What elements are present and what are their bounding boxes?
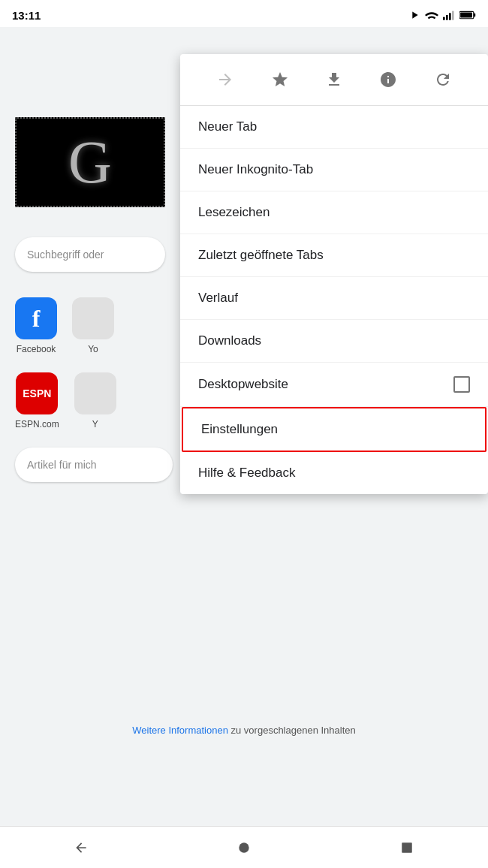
back-button[interactable] bbox=[66, 833, 96, 863]
menu-item-recent-tabs[interactable]: Zuletzt geöffnete Tabs bbox=[180, 234, 488, 277]
refresh-icon bbox=[434, 71, 452, 89]
info-button[interactable] bbox=[375, 66, 402, 93]
menu-item-desktop-site[interactable]: Desktopwebsite bbox=[180, 363, 488, 407]
svg-rect-2 bbox=[449, 13, 451, 20]
menu-item-settings[interactable]: Einstellungen bbox=[182, 407, 486, 452]
star-button[interactable] bbox=[267, 66, 294, 93]
wifi-icon bbox=[425, 10, 438, 20]
battery-icon bbox=[459, 11, 476, 20]
dropdown-toolbar bbox=[180, 54, 488, 106]
forward-button[interactable] bbox=[212, 66, 239, 93]
svg-rect-5 bbox=[474, 14, 475, 17]
recents-icon bbox=[400, 841, 414, 854]
status-bar: 13:11 bbox=[0, 0, 488, 27]
home-icon bbox=[236, 840, 252, 855]
recents-button[interactable] bbox=[392, 833, 422, 863]
menu-item-new-tab[interactable]: Neuer Tab bbox=[180, 106, 488, 149]
svg-rect-0 bbox=[443, 17, 445, 20]
home-button[interactable] bbox=[229, 833, 259, 863]
download-button[interactable] bbox=[321, 66, 348, 93]
download-icon bbox=[325, 71, 343, 89]
svg-point-7 bbox=[239, 842, 249, 852]
forward-icon bbox=[216, 71, 234, 89]
star-icon bbox=[271, 71, 289, 89]
menu-item-history[interactable]: Verlauf bbox=[180, 277, 488, 320]
nav-bar bbox=[0, 826, 488, 868]
signal-icon bbox=[443, 10, 455, 20]
status-time: 13:11 bbox=[12, 9, 41, 22]
play-store-icon bbox=[408, 9, 420, 21]
dropdown-overlay: Neuer Tab Neuer Inkognito-Tab Lesezeiche… bbox=[0, 27, 488, 853]
main-content: G Suchbegriff oder f Facebook Yo ESPN ES… bbox=[0, 27, 488, 826]
refresh-button[interactable] bbox=[429, 66, 456, 93]
menu-item-bookmarks[interactable]: Lesezeichen bbox=[180, 191, 488, 234]
back-icon bbox=[74, 840, 89, 855]
menu-item-incognito-tab[interactable]: Neuer Inkognito-Tab bbox=[180, 149, 488, 191]
info-icon bbox=[379, 71, 397, 89]
dropdown-menu: Neuer Tab Neuer Inkognito-Tab Lesezeiche… bbox=[180, 54, 488, 494]
svg-rect-1 bbox=[446, 15, 448, 20]
svg-rect-8 bbox=[402, 842, 412, 853]
desktop-site-checkbox[interactable] bbox=[453, 376, 470, 393]
menu-item-downloads[interactable]: Downloads bbox=[180, 320, 488, 363]
svg-rect-3 bbox=[452, 11, 454, 20]
svg-rect-6 bbox=[460, 12, 472, 17]
menu-item-help[interactable]: Hilfe & Feedback bbox=[180, 452, 488, 494]
status-icons bbox=[408, 9, 476, 21]
